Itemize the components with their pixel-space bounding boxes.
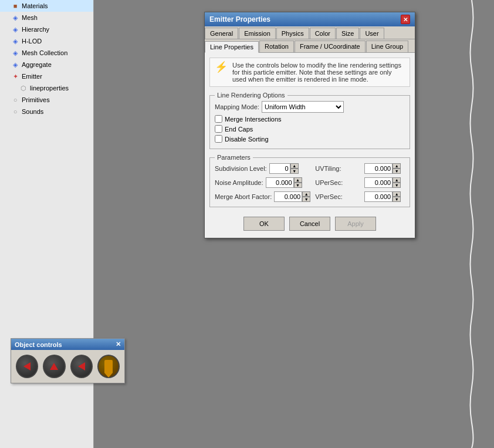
- tab-color[interactable]: Color: [310, 28, 336, 39]
- mapping-mode-select[interactable]: Uniform Width Tiled Streaked: [262, 101, 344, 113]
- v-per-sec-down[interactable]: ▼: [393, 197, 401, 202]
- tab-row-2: Line Properties Rotation Frame / UCoordi…: [205, 39, 415, 53]
- subdivision-level-spin: ▲ ▼: [269, 163, 299, 174]
- lineprops-icon: ⬡: [19, 83, 28, 93]
- hlod-icon: ◈: [11, 36, 20, 46]
- subdivision-level-label: Subdivision Level:: [215, 165, 267, 172]
- move-up-button[interactable]: [43, 355, 65, 378]
- pin-button[interactable]: [97, 355, 120, 378]
- u-per-sec-spin: ▲ ▼: [364, 177, 401, 188]
- sidebar-item-hlod[interactable]: ◈ H-LOD: [0, 35, 93, 47]
- noise-amplitude-item: Noise Amplitude: ▲ ▼: [215, 177, 310, 188]
- object-controls-title: Object controls ✕: [11, 339, 124, 350]
- subdivision-level-down[interactable]: ▼: [290, 169, 299, 174]
- sidebar-label-primitives: Primitives: [22, 96, 50, 103]
- uv-tiling-up[interactable]: ▲: [393, 163, 401, 169]
- uv-tiling-label: UVTiling:: [315, 165, 362, 172]
- tab-size[interactable]: Size: [336, 28, 359, 39]
- noise-amplitude-input[interactable]: [266, 177, 294, 188]
- u-per-sec-spinbtns: ▲ ▼: [393, 177, 401, 188]
- apply-button[interactable]: Apply: [335, 217, 376, 231]
- mapping-mode-row: Mapping Mode: Uniform Width Tiled Streak…: [215, 101, 405, 113]
- tab-emission[interactable]: Emission: [239, 28, 276, 39]
- sidebar-label-hlod: H-LOD: [22, 38, 42, 45]
- merge-intersections-checkbox[interactable]: [215, 115, 222, 123]
- u-per-sec-down[interactable]: ▼: [393, 183, 401, 188]
- object-controls-close[interactable]: ✕: [116, 341, 121, 348]
- sidebar-item-mesh-collection[interactable]: ◈ Mesh Collection: [0, 47, 93, 59]
- v-per-sec-input[interactable]: [364, 191, 393, 202]
- v-per-sec-up[interactable]: ▲: [393, 191, 401, 197]
- sidebar-label-sounds: Sounds: [22, 108, 43, 115]
- disable-sorting-label[interactable]: Disable Sorting: [225, 136, 269, 143]
- uv-tiling-spin: ▲ ▼: [364, 163, 401, 174]
- sidebar-label-hierarchy: Hierarchy: [22, 26, 49, 33]
- dialog-buttons: OK Cancel Apply: [209, 212, 410, 233]
- tab-row-1: General Emission Physics Color Size User: [205, 26, 415, 39]
- tab-line-group[interactable]: Line Group: [366, 41, 408, 52]
- info-box: ⚡ Use the controls below to modify the l…: [209, 58, 410, 87]
- materials-icon: ■: [11, 1, 20, 11]
- object-controls-panel: Object controls ✕: [11, 338, 125, 383]
- emitter-icon: ✦: [11, 72, 20, 81]
- merge-intersections-label[interactable]: Merge Intersections: [225, 116, 282, 123]
- noise-amplitude-down[interactable]: ▼: [294, 183, 302, 188]
- rotate-left-icon: [23, 362, 31, 370]
- uv-tiling-input[interactable]: [364, 163, 393, 174]
- sidebar-item-materials[interactable]: ■ Materials: [0, 0, 93, 12]
- merge-abort-factor-down[interactable]: ▼: [302, 197, 310, 202]
- tab-rotation[interactable]: Rotation: [259, 41, 294, 52]
- tab-frame-ucoordinate[interactable]: Frame / UCoordinate: [295, 41, 366, 52]
- sidebar-item-hierarchy[interactable]: ◈ Hierarchy: [0, 23, 93, 35]
- primitives-icon: ○: [11, 95, 20, 105]
- v-per-sec-spin: ▲ ▼: [364, 191, 401, 202]
- noise-amplitude-spin: ▲ ▼: [266, 177, 302, 188]
- line-rendering-options-group: Line Rendering Options Mapping Mode: Uni…: [209, 92, 410, 149]
- uv-tiling-down[interactable]: ▼: [393, 169, 401, 174]
- tab-user[interactable]: User: [360, 28, 384, 39]
- uv-tiling-item: UVTiling: ▲ ▼: [315, 163, 405, 174]
- disable-sorting-row: Disable Sorting: [215, 135, 282, 143]
- mesh-collection-icon: ◈: [11, 48, 20, 58]
- sidebar-item-emitter[interactable]: ✦ Emitter: [0, 70, 93, 82]
- sounds-icon: ○: [11, 107, 20, 116]
- tab-general[interactable]: General: [205, 28, 238, 39]
- u-per-sec-input[interactable]: [364, 177, 393, 188]
- cancel-button[interactable]: Cancel: [289, 217, 330, 231]
- merge-abort-factor-input[interactable]: [274, 191, 302, 202]
- subdivision-level-input[interactable]: [269, 163, 290, 174]
- sidebar-item-primitives[interactable]: ○ Primitives: [0, 94, 93, 106]
- tab-line-properties[interactable]: Line Properties: [205, 41, 259, 53]
- subdivision-level-item: Subdivision Level: ▲ ▼: [215, 163, 310, 174]
- mesh-icon: ◈: [11, 13, 20, 22]
- u-per-sec-up[interactable]: ▲: [393, 177, 401, 183]
- noise-amplitude-label: Noise Amplitude:: [215, 179, 263, 186]
- sidebar-item-sounds[interactable]: ○ Sounds: [0, 106, 93, 117]
- dialog-close-button[interactable]: ✕: [401, 15, 410, 24]
- end-caps-checkbox[interactable]: [215, 125, 222, 133]
- end-caps-row: End Caps: [215, 125, 282, 133]
- sidebar-label-aggregate: Aggregate: [22, 61, 52, 68]
- rotate-left2-icon: [78, 362, 85, 370]
- sidebar-label-mesh-collection: Mesh Collection: [22, 49, 67, 56]
- sidebar-label-mesh: Mesh: [22, 14, 38, 21]
- merge-intersections-row: Merge Intersections: [215, 115, 282, 123]
- ok-button[interactable]: OK: [243, 217, 285, 231]
- rotate-left2-button[interactable]: [70, 355, 93, 378]
- main-area: Emitter Properties ✕ General Emission Ph…: [94, 0, 494, 448]
- u-per-sec-item: UPerSec: ▲ ▼: [315, 177, 405, 188]
- sidebar-item-aggregate[interactable]: ◈ Aggregate: [0, 59, 93, 70]
- object-controls-body: [11, 350, 124, 383]
- sidebar-item-lineprops[interactable]: ⬡ lineproperties: [0, 82, 93, 94]
- end-caps-label[interactable]: End Caps: [225, 126, 253, 133]
- disable-sorting-checkbox[interactable]: [215, 135, 222, 143]
- noise-amplitude-up[interactable]: ▲: [294, 177, 302, 183]
- rotate-left-button[interactable]: [16, 355, 38, 378]
- info-icon: ⚡: [215, 60, 228, 73]
- v-per-sec-label: VPerSec:: [315, 193, 362, 200]
- info-text: Use the controls below to modify the lin…: [232, 62, 405, 83]
- merge-abort-factor-up[interactable]: ▲: [302, 191, 310, 197]
- subdivision-level-up[interactable]: ▲: [290, 163, 299, 169]
- tab-physics[interactable]: Physics: [276, 28, 309, 39]
- sidebar-item-mesh[interactable]: ◈ Mesh: [0, 12, 93, 23]
